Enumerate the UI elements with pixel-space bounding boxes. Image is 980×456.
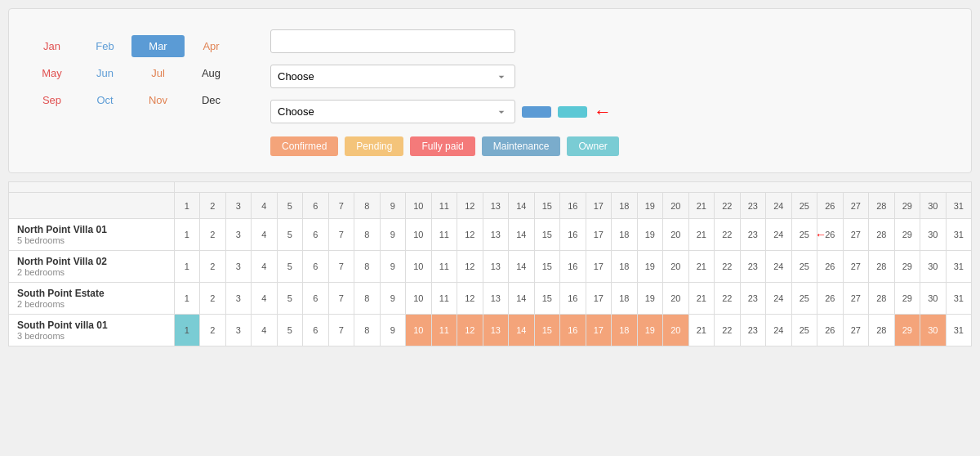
- bedrooms-group: [270, 29, 955, 53]
- filters-section: Choose Choose ← ConfirmedPendingFully pa…: [270, 25, 955, 156]
- property-name: South Point Estate: [17, 288, 166, 299]
- day-cell-12: 12: [457, 315, 483, 346]
- day-header-19: 19: [637, 193, 663, 219]
- day-cell-11: 11: [431, 315, 457, 346]
- table-section: 1234567891011121314151617181920212223242…: [8, 181, 972, 346]
- day-cell-21: 21: [688, 251, 715, 283]
- month-jan[interactable]: Jan: [25, 35, 78, 57]
- day-cell-5: 5: [277, 219, 303, 251]
- day-cell-16: 16: [560, 283, 586, 315]
- property-name: North Point Villa 02: [17, 256, 166, 267]
- day-cell-23: 23: [740, 251, 766, 283]
- month-mar[interactable]: Mar: [131, 35, 185, 57]
- day-header-2: 2: [200, 193, 226, 219]
- day-cell-30: 30: [920, 283, 947, 315]
- day-cell-27: 27: [843, 251, 869, 283]
- day-header-17: 17: [586, 193, 612, 219]
- day-cell-28: 28: [869, 251, 895, 283]
- day-cell-4: 4: [252, 283, 278, 315]
- day-header-1: 1: [174, 193, 200, 219]
- day-cell-21: 21: [688, 315, 715, 346]
- day-cell-3: 3: [225, 283, 252, 315]
- day-cell-14: 14: [509, 251, 535, 283]
- day-cell-25: 25: [791, 283, 817, 315]
- day-header-5: 5: [277, 193, 303, 219]
- arrow-indicator: ←: [594, 101, 612, 123]
- day-cell-22: 22: [715, 283, 741, 315]
- month-apr[interactable]: Apr: [185, 35, 238, 57]
- month-nov[interactable]: Nov: [131, 89, 185, 111]
- day-cell-13: 13: [483, 315, 509, 346]
- day-cell-31: 31: [946, 219, 972, 251]
- day-cell-6: 6: [303, 219, 329, 251]
- month-dec[interactable]: Dec: [185, 89, 238, 111]
- day-cell-17: 17: [586, 283, 612, 315]
- day-header-24: 24: [766, 193, 792, 219]
- day-cell-16: 16: [560, 251, 586, 283]
- day-cell-25: 25: [791, 315, 817, 346]
- day-cell-14: 14: [509, 219, 535, 251]
- day-cell-15: 15: [534, 219, 560, 251]
- property-label-select[interactable]: Choose: [270, 100, 515, 123]
- day-cell-9: 9: [380, 251, 406, 283]
- months-grid: JanFebMarAprMayJunJulAugSepOctNovDec: [25, 35, 238, 111]
- insert-enquiry-button[interactable]: [558, 106, 587, 118]
- day-cell-14: 14: [509, 315, 535, 346]
- day-header-28: 28: [869, 193, 895, 219]
- day-cell-15: 15: [534, 315, 560, 346]
- month-feb[interactable]: Feb: [78, 35, 131, 57]
- day-cell-17: 17: [586, 251, 612, 283]
- month-jul[interactable]: Jul: [131, 62, 185, 84]
- day-cell-6: 6: [303, 315, 329, 346]
- day-cell-22: 22: [715, 219, 741, 251]
- day-cell-5: 5: [277, 251, 303, 283]
- day-cell-30: 30: [920, 315, 947, 346]
- day-cell-5: 5: [277, 315, 303, 346]
- legend: ConfirmedPendingFully paidMaintenanceOwn…: [270, 136, 955, 156]
- day-cell-28: 28: [869, 315, 895, 346]
- day-header-11: 11: [431, 193, 457, 219]
- day-cell-8: 8: [354, 283, 381, 315]
- month-may[interactable]: May: [25, 62, 78, 84]
- day-cell-3: 3: [225, 251, 252, 283]
- property-beds: 2 bedrooms: [17, 267, 166, 277]
- row-arrow: ←: [815, 228, 826, 241]
- top-panel: JanFebMarAprMayJunJulAugSepOctNovDec Cho…: [8, 8, 972, 173]
- day-cell-29: 29: [894, 219, 920, 251]
- bedrooms-input[interactable]: [270, 29, 515, 53]
- filter-button[interactable]: [522, 106, 551, 118]
- day-cell-20: 20: [663, 315, 689, 346]
- month-aug[interactable]: Aug: [185, 62, 238, 84]
- day-cell-22: 22: [715, 315, 741, 346]
- day-header-16: 16: [560, 193, 586, 219]
- day-cell-13: 13: [483, 219, 509, 251]
- day-header-31: 31: [946, 193, 972, 219]
- day-header-21: 21: [688, 193, 715, 219]
- day-cell-15: 15: [534, 283, 560, 315]
- day-cell-13: 13: [483, 251, 509, 283]
- day-cell-8: 8: [354, 315, 381, 346]
- day-cell-7: 7: [328, 283, 354, 315]
- day-cell-2: 2: [200, 315, 226, 346]
- table-row: South Point Estate2 bedrooms123456789101…: [9, 283, 972, 315]
- day-cell-9: 9: [380, 315, 406, 346]
- month-jun[interactable]: Jun: [78, 62, 131, 84]
- day-cell-27: 27: [843, 219, 869, 251]
- property-col-subheader: [9, 193, 175, 219]
- day-header-22: 22: [715, 193, 741, 219]
- day-cell-29: 29: [894, 251, 920, 283]
- day-cell-3: 3: [225, 219, 252, 251]
- day-cell-8: 8: [354, 251, 381, 283]
- day-cell-16: 16: [560, 315, 586, 346]
- day-header-25: 25: [791, 193, 817, 219]
- day-cell-7: 7: [328, 251, 354, 283]
- day-cell-12: 12: [457, 219, 483, 251]
- month-oct[interactable]: Oct: [78, 89, 131, 111]
- day-cell-26: 26: [817, 315, 844, 346]
- destination-select[interactable]: Choose: [270, 65, 515, 88]
- table-body: North Point Villa 015 bedrooms1234567891…: [9, 219, 972, 346]
- day-cell-1: 1: [174, 283, 200, 315]
- month-sep[interactable]: Sep: [25, 89, 78, 111]
- day-cell-31: 31: [946, 283, 972, 315]
- legend-confirmed: Confirmed: [270, 136, 338, 156]
